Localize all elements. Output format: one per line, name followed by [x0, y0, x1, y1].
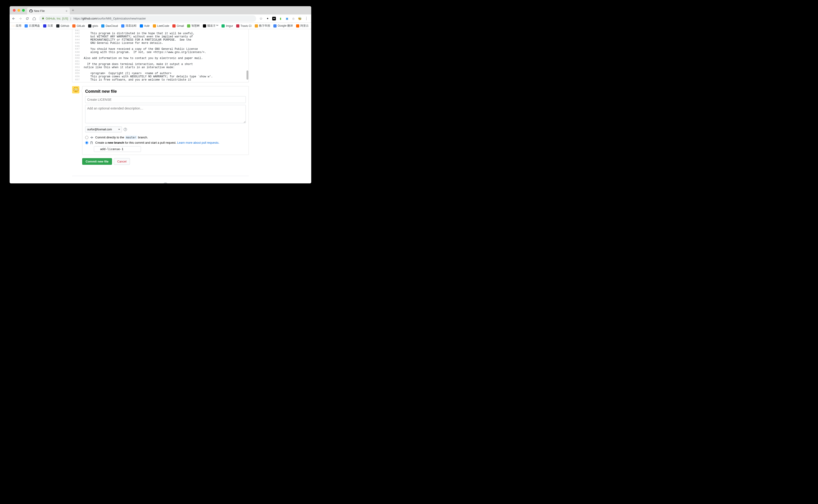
minimize-window-button[interactable] [17, 9, 20, 12]
commit-description-input[interactable] [85, 105, 246, 123]
line-number[interactable]: 641 [72, 29, 81, 32]
extension-icon-3[interactable]: ▮ [279, 17, 282, 20]
browser-tab[interactable]: New File × [27, 8, 70, 14]
url-field[interactable]: GitHub, Inc. [US] | https://github.com/o… [39, 15, 256, 22]
learn-pull-requests-link[interactable]: Learn more about pull requests. [177, 141, 219, 144]
commit-direct-radio[interactable] [85, 136, 88, 139]
author-email-select[interactable]: ourfor@foxmail.com [85, 126, 122, 132]
bookmark-label: LeetCode [157, 24, 169, 28]
forward-button[interactable] [18, 17, 22, 20]
bookmark-item[interactable]: 骚逼汪™ [203, 24, 218, 28]
line-number[interactable]: 647 [72, 48, 81, 51]
line-number[interactable]: 648 [72, 51, 81, 54]
code-content[interactable]: This is free software, and you are welco… [81, 78, 249, 81]
extension-icon-1[interactable]: ✦ [266, 17, 269, 20]
code-line: 649 [72, 54, 249, 57]
help-icon[interactable]: ? [124, 128, 127, 131]
line-number[interactable]: 642 [72, 32, 81, 35]
home-button[interactable] [32, 17, 36, 20]
code-content[interactable]: GNU General Public License for more deta… [81, 42, 249, 45]
commit-direct-radio-row[interactable]: Commit directly to the master branch. [85, 136, 246, 139]
bookmark-item[interactable]: 阿里云 [296, 24, 309, 28]
line-number[interactable]: 650 [72, 57, 81, 60]
code-content[interactable] [81, 29, 249, 32]
bookmark-label: 百度网盘 [29, 24, 40, 28]
bookmark-item[interactable]: 百度网盘 [25, 24, 40, 28]
commit-summary-input[interactable] [85, 96, 246, 103]
line-number[interactable]: 645 [72, 42, 81, 45]
maximize-window-button[interactable] [22, 9, 25, 12]
bookmark-item[interactable]: Travis CI [236, 24, 252, 28]
commit-new-file-button[interactable]: Commit new file [82, 158, 112, 165]
line-number[interactable]: 644 [72, 38, 81, 42]
code-content[interactable]: <program> Copyright (C) <year> <name of … [81, 72, 249, 75]
code-content[interactable] [81, 45, 249, 48]
bookmark-item[interactable]: gists [88, 24, 98, 28]
new-branch-name-input[interactable] [94, 146, 141, 152]
bookmark-item[interactable]: LeetCode [153, 24, 169, 28]
commit-new-branch-radio[interactable] [85, 141, 88, 144]
code-line: 648 along with this program. If not, see… [72, 51, 249, 54]
close-window-button[interactable] [13, 9, 16, 12]
extension-icon-5[interactable]: ◎ [291, 17, 295, 20]
commit-panel: Commit new file ourfor@foxmail.com ? [82, 86, 249, 155]
line-number[interactable]: 656 [72, 75, 81, 78]
bookmark-item[interactable]: Vultr [140, 24, 150, 28]
extension-icon-2[interactable]: •• [272, 17, 276, 20]
code-editor[interactable]: 641642 This program is distributed in th… [72, 29, 249, 82]
bookmark-item[interactable]: 数字帝国 [255, 24, 270, 28]
bookmark-item[interactable]: DaoCloud [101, 24, 118, 28]
gists-icon [88, 24, 91, 28]
commit-panel-heading: Commit new file [85, 89, 246, 94]
line-number[interactable]: 654 [72, 69, 81, 72]
code-content[interactable]: along with this program. If not, see <ht… [81, 51, 249, 54]
bookmark-item[interactable]: 百度 [43, 24, 53, 28]
cancel-button[interactable]: Cancel [114, 158, 130, 165]
close-tab-icon[interactable]: × [66, 9, 67, 13]
code-content[interactable] [81, 54, 249, 57]
code-content[interactable]: You should have received a copy of the G… [81, 48, 249, 51]
line-number[interactable]: 646 [72, 45, 81, 48]
commit-new-branch-radio-row[interactable]: Create a new branch for this commit and … [85, 141, 246, 144]
code-content[interactable]: This program comes with ABSOLUTELY NO WA… [81, 75, 249, 78]
bookmark-label: Travis CI [241, 24, 252, 28]
github-icon [56, 24, 59, 28]
bookmark-item[interactable]: Gmail [172, 24, 184, 28]
reload-button[interactable] [25, 17, 29, 20]
line-number[interactable]: 643 [72, 35, 81, 38]
bookmark-item[interactable]: ⋮⋮⋮应用 [11, 24, 21, 28]
bookmarks-bar: ⋮⋮⋮应用百度网盘百度GitHubGitLabgistsDaoCloud迅雷远程… [10, 23, 311, 29]
code-content[interactable]: but WITHOUT ANY WARRANTY; without even t… [81, 35, 249, 38]
line-number[interactable]: 655 [72, 72, 81, 75]
browser-window: New File × + GitHub, Inc. [US] | https:/… [10, 6, 311, 183]
profile-avatar-icon[interactable]: 🐝 [298, 17, 302, 20]
menu-button[interactable]: ⋮ [304, 16, 308, 21]
line-number[interactable]: 657 [72, 78, 81, 81]
code-content[interactable]: This program is distributed in the hope … [81, 32, 249, 35]
code-content[interactable]: Also add information on how to contact y… [81, 57, 249, 60]
bookmark-item[interactable]: 智慧树 [187, 24, 200, 28]
code-line: 650Also add information on how to contac… [72, 57, 249, 60]
bookmark-item[interactable]: Imgur [221, 24, 233, 28]
line-number[interactable]: 652 [72, 63, 81, 66]
bookmark-item[interactable]: Google 翻译 [273, 24, 293, 28]
code-content[interactable]: If the program does terminal interaction… [81, 63, 249, 66]
bookmark-label: Google 翻译 [278, 24, 293, 28]
code-content[interactable] [81, 69, 249, 72]
bookmark-item[interactable]: 迅雷远程 [121, 24, 137, 28]
github-logo-icon[interactable] [163, 182, 168, 183]
code-content[interactable]: MERCHANTABILITY or FITNESS FOR A PARTICU… [81, 38, 249, 42]
line-number[interactable]: 653 [72, 66, 81, 69]
line-number[interactable]: 649 [72, 54, 81, 57]
code-content[interactable] [81, 60, 249, 63]
extension-icon-4[interactable]: ▣ [285, 17, 289, 20]
bookmark-star-icon[interactable]: ☆ [259, 16, 263, 21]
shuziguo-icon [255, 24, 258, 28]
new-tab-button[interactable]: + [70, 8, 76, 13]
code-content[interactable]: notice like this when it starts in an in… [81, 66, 249, 69]
scrollbar-thumb[interactable] [247, 70, 248, 80]
back-button[interactable] [11, 17, 16, 20]
bookmark-item[interactable]: GitLab [72, 24, 85, 28]
bookmark-item[interactable]: GitHub [56, 24, 69, 28]
line-number[interactable]: 651 [72, 60, 81, 63]
